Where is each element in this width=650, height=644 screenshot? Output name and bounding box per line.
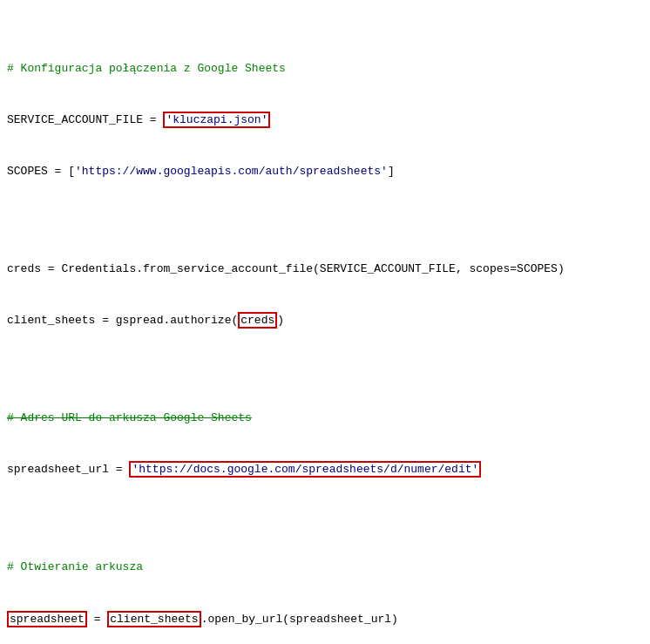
comment-text: # Konfiguracja połączenia z Google Sheet… xyxy=(7,62,286,75)
code-line-client-sheets: client_sheets = gspread.authorize(creds) xyxy=(7,312,643,329)
comment-line-adres: # Adres URL do arkusza Google Sheets xyxy=(7,410,643,427)
code-line-spreadsheet-open: spreadsheet = client_sheets.open_by_url(… xyxy=(7,611,643,628)
code-line-scopes: SCOPES = ['https://www.googleapis.com/au… xyxy=(7,163,643,180)
spreadsheet-var-highlight: spreadsheet xyxy=(7,611,87,627)
spreadsheet-url-highlight: 'https://docs.google.com/spreadsheets/d/… xyxy=(129,461,481,478)
code-line-creds: creds = Credentials.from_service_account… xyxy=(7,261,643,278)
comment-line-otwieranie: # Otwieranie arkusza xyxy=(7,559,643,576)
comment-line-1: # Konfiguracja połączenia z Google Sheet… xyxy=(7,60,643,78)
code-line-service: SERVICE_ACCOUNT_FILE = 'kluczapi.json' xyxy=(7,112,643,129)
service-account-highlight: 'kluczapi.json' xyxy=(163,112,270,128)
creds-highlight: creds xyxy=(238,312,277,329)
client-sheets-highlight: client_sheets xyxy=(107,611,200,627)
code-editor: # Konfiguracja połączenia z Google Sheet… xyxy=(0,0,650,644)
code-line-spreadsheet-url: spreadsheet_url = 'https://docs.google.c… xyxy=(7,461,643,478)
